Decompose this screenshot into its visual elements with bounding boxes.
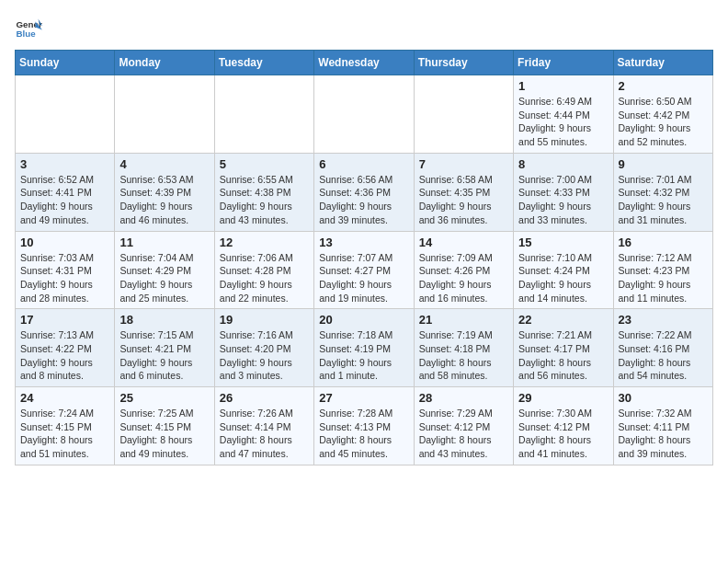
calendar-cell: 29Sunrise: 7:30 AM Sunset: 4:12 PM Dayli… bbox=[514, 387, 613, 465]
day-number: 28 bbox=[419, 391, 508, 405]
weekday-header: Saturday bbox=[613, 51, 712, 75]
day-info: Sunrise: 7:00 AM Sunset: 4:33 PM Dayligh… bbox=[518, 173, 608, 227]
calendar-table: SundayMondayTuesdayWednesdayThursdayFrid… bbox=[15, 50, 713, 465]
day-info: Sunrise: 7:12 AM Sunset: 4:23 PM Dayligh… bbox=[619, 251, 708, 305]
day-number: 23 bbox=[619, 313, 708, 327]
weekday-header: Thursday bbox=[414, 51, 513, 75]
day-info: Sunrise: 7:13 AM Sunset: 4:22 PM Dayligh… bbox=[20, 328, 109, 383]
calendar-cell: 11Sunrise: 7:04 AM Sunset: 4:29 PM Dayli… bbox=[115, 231, 214, 309]
day-number: 16 bbox=[619, 236, 708, 249]
calendar-cell bbox=[16, 75, 115, 154]
day-info: Sunrise: 7:09 AM Sunset: 4:26 PM Dayligh… bbox=[419, 251, 508, 305]
calendar-cell: 3Sunrise: 6:52 AM Sunset: 4:41 PM Daylig… bbox=[16, 153, 115, 231]
day-number: 30 bbox=[619, 391, 708, 405]
logo-icon: General Blue bbox=[15, 15, 42, 42]
calendar-cell: 23Sunrise: 7:22 AM Sunset: 4:16 PM Dayli… bbox=[613, 309, 712, 387]
day-info: Sunrise: 7:18 AM Sunset: 4:19 PM Dayligh… bbox=[319, 328, 408, 383]
day-number: 17 bbox=[20, 313, 109, 327]
calendar-week-row: 17Sunrise: 7:13 AM Sunset: 4:22 PM Dayli… bbox=[16, 309, 713, 387]
day-number: 13 bbox=[319, 236, 408, 249]
day-info: Sunrise: 7:16 AM Sunset: 4:20 PM Dayligh… bbox=[220, 328, 309, 383]
day-number: 29 bbox=[518, 391, 608, 405]
day-number: 2 bbox=[619, 79, 708, 93]
weekday-header: Sunday bbox=[16, 51, 115, 75]
day-info: Sunrise: 7:19 AM Sunset: 4:18 PM Dayligh… bbox=[419, 328, 508, 383]
day-info: Sunrise: 6:49 AM Sunset: 4:44 PM Dayligh… bbox=[518, 95, 608, 149]
weekday-header: Friday bbox=[514, 51, 613, 75]
calendar-cell: 22Sunrise: 7:21 AM Sunset: 4:17 PM Dayli… bbox=[514, 309, 613, 387]
day-number: 12 bbox=[220, 236, 309, 249]
day-number: 8 bbox=[518, 157, 608, 171]
weekday-header: Wednesday bbox=[314, 51, 414, 75]
day-number: 4 bbox=[119, 157, 209, 171]
day-number: 27 bbox=[319, 391, 408, 405]
day-info: Sunrise: 6:50 AM Sunset: 4:42 PM Dayligh… bbox=[619, 95, 708, 149]
day-info: Sunrise: 6:55 AM Sunset: 4:38 PM Dayligh… bbox=[220, 173, 309, 227]
calendar-cell bbox=[314, 75, 414, 154]
calendar-cell: 16Sunrise: 7:12 AM Sunset: 4:23 PM Dayli… bbox=[613, 231, 712, 309]
day-info: Sunrise: 7:30 AM Sunset: 4:12 PM Dayligh… bbox=[518, 407, 608, 461]
day-number: 22 bbox=[518, 313, 608, 327]
calendar-cell: 17Sunrise: 7:13 AM Sunset: 4:22 PM Dayli… bbox=[16, 309, 115, 387]
calendar-cell: 26Sunrise: 7:26 AM Sunset: 4:14 PM Dayli… bbox=[214, 387, 313, 465]
calendar-cell bbox=[115, 75, 214, 154]
day-info: Sunrise: 7:15 AM Sunset: 4:21 PM Dayligh… bbox=[119, 328, 209, 383]
day-number: 9 bbox=[619, 157, 708, 171]
day-number: 20 bbox=[319, 313, 408, 327]
day-info: Sunrise: 7:26 AM Sunset: 4:14 PM Dayligh… bbox=[220, 407, 309, 461]
day-number: 5 bbox=[220, 157, 309, 171]
day-info: Sunrise: 7:10 AM Sunset: 4:24 PM Dayligh… bbox=[518, 251, 608, 305]
day-number: 10 bbox=[20, 236, 109, 249]
calendar-cell: 5Sunrise: 6:55 AM Sunset: 4:38 PM Daylig… bbox=[214, 153, 313, 231]
calendar-week-row: 3Sunrise: 6:52 AM Sunset: 4:41 PM Daylig… bbox=[16, 153, 713, 231]
day-number: 21 bbox=[419, 313, 508, 327]
day-info: Sunrise: 7:21 AM Sunset: 4:17 PM Dayligh… bbox=[518, 328, 608, 383]
day-number: 1 bbox=[518, 79, 608, 93]
day-number: 18 bbox=[119, 313, 209, 327]
calendar-cell: 28Sunrise: 7:29 AM Sunset: 4:12 PM Dayli… bbox=[414, 387, 513, 465]
calendar-cell: 1Sunrise: 6:49 AM Sunset: 4:44 PM Daylig… bbox=[514, 75, 613, 154]
day-number: 7 bbox=[419, 157, 508, 171]
day-info: Sunrise: 7:04 AM Sunset: 4:29 PM Dayligh… bbox=[119, 251, 209, 305]
calendar-cell: 12Sunrise: 7:06 AM Sunset: 4:28 PM Dayli… bbox=[214, 231, 313, 309]
calendar-cell: 6Sunrise: 6:56 AM Sunset: 4:36 PM Daylig… bbox=[314, 153, 414, 231]
day-number: 14 bbox=[419, 236, 508, 249]
day-number: 25 bbox=[119, 391, 209, 405]
day-info: Sunrise: 6:53 AM Sunset: 4:39 PM Dayligh… bbox=[119, 173, 209, 227]
calendar-body: 1Sunrise: 6:49 AM Sunset: 4:44 PM Daylig… bbox=[16, 75, 713, 465]
day-number: 19 bbox=[220, 313, 309, 327]
logo: General Blue bbox=[15, 15, 42, 42]
calendar-cell: 14Sunrise: 7:09 AM Sunset: 4:26 PM Dayli… bbox=[414, 231, 513, 309]
calendar-cell: 9Sunrise: 7:01 AM Sunset: 4:32 PM Daylig… bbox=[613, 153, 712, 231]
calendar-cell: 30Sunrise: 7:32 AM Sunset: 4:11 PM Dayli… bbox=[613, 387, 712, 465]
calendar-cell: 7Sunrise: 6:58 AM Sunset: 4:35 PM Daylig… bbox=[414, 153, 513, 231]
day-info: Sunrise: 7:22 AM Sunset: 4:16 PM Dayligh… bbox=[619, 328, 708, 383]
day-info: Sunrise: 7:29 AM Sunset: 4:12 PM Dayligh… bbox=[419, 407, 508, 461]
day-number: 26 bbox=[220, 391, 309, 405]
day-number: 11 bbox=[119, 236, 209, 249]
day-info: Sunrise: 6:58 AM Sunset: 4:35 PM Dayligh… bbox=[419, 173, 508, 227]
day-number: 24 bbox=[20, 391, 109, 405]
day-info: Sunrise: 7:01 AM Sunset: 4:32 PM Dayligh… bbox=[619, 173, 708, 227]
calendar-cell: 15Sunrise: 7:10 AM Sunset: 4:24 PM Dayli… bbox=[514, 231, 613, 309]
day-info: Sunrise: 7:32 AM Sunset: 4:11 PM Dayligh… bbox=[619, 407, 708, 461]
calendar-cell: 25Sunrise: 7:25 AM Sunset: 4:15 PM Dayli… bbox=[115, 387, 214, 465]
calendar-header: SundayMondayTuesdayWednesdayThursdayFrid… bbox=[16, 51, 713, 75]
svg-text:Blue: Blue bbox=[17, 29, 37, 39]
day-info: Sunrise: 7:07 AM Sunset: 4:27 PM Dayligh… bbox=[319, 251, 408, 305]
calendar-cell: 13Sunrise: 7:07 AM Sunset: 4:27 PM Dayli… bbox=[314, 231, 414, 309]
day-number: 3 bbox=[20, 157, 109, 171]
page-header: General Blue bbox=[15, 15, 713, 42]
calendar-cell: 2Sunrise: 6:50 AM Sunset: 4:42 PM Daylig… bbox=[613, 75, 712, 154]
calendar-week-row: 1Sunrise: 6:49 AM Sunset: 4:44 PM Daylig… bbox=[16, 75, 713, 154]
calendar-cell: 20Sunrise: 7:18 AM Sunset: 4:19 PM Dayli… bbox=[314, 309, 414, 387]
calendar-week-row: 24Sunrise: 7:24 AM Sunset: 4:15 PM Dayli… bbox=[16, 387, 713, 465]
weekday-header: Monday bbox=[115, 51, 214, 75]
calendar-cell bbox=[214, 75, 313, 154]
day-info: Sunrise: 7:25 AM Sunset: 4:15 PM Dayligh… bbox=[119, 407, 209, 461]
day-info: Sunrise: 7:28 AM Sunset: 4:13 PM Dayligh… bbox=[319, 407, 408, 461]
day-info: Sunrise: 6:56 AM Sunset: 4:36 PM Dayligh… bbox=[319, 173, 408, 227]
day-number: 15 bbox=[518, 236, 608, 249]
day-info: Sunrise: 7:06 AM Sunset: 4:28 PM Dayligh… bbox=[220, 251, 309, 305]
day-info: Sunrise: 6:52 AM Sunset: 4:41 PM Dayligh… bbox=[20, 173, 109, 227]
